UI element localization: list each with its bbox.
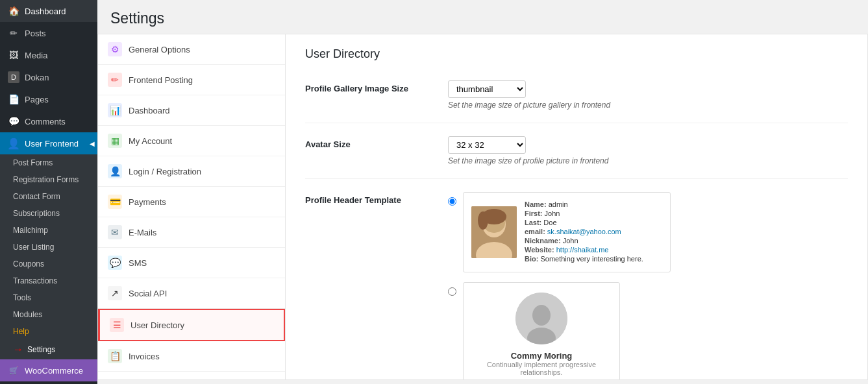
sidebar-sub-settings-label: Settings: [27, 345, 55, 354]
sidebar-sub-subscriptions[interactable]: Subscriptions: [0, 205, 97, 222]
user-directory-icon: ☰: [110, 318, 124, 332]
template2-card[interactable]: Commy Moring Continually implement progr…: [463, 282, 620, 380]
sidebar-sub-user-listing[interactable]: User Listing: [0, 239, 97, 256]
template1-avatar: [471, 206, 517, 258]
settings-menu-label-social: Social API: [129, 289, 167, 298]
profile-header-label: Profile Header Template: [305, 192, 448, 205]
pages-icon: 📄: [8, 93, 19, 105]
settings-menu-login-registration[interactable]: 👤 Login / Registration: [98, 156, 285, 187]
settings-menu-label-login: Login / Registration: [129, 167, 201, 176]
settings-menu-label-invoices: Invoices: [129, 352, 160, 361]
sidebar-item-media[interactable]: 🖼 Media: [0, 44, 97, 66]
template2-bio: Continually implement progressive relati…: [483, 361, 600, 376]
sidebar-item-posts[interactable]: ✏ Posts: [0, 22, 97, 44]
template1-name-value: admin: [549, 200, 568, 208]
sidebar-submenu: Post Forms Registration Forms Contact Fo…: [0, 154, 97, 359]
template2-radio[interactable]: [448, 287, 456, 296]
settings-menu-payments[interactable]: 💳 Payments: [98, 187, 285, 217]
template1-last-row: Last: Doe: [525, 219, 643, 226]
sidebar-label-dokan: Dokan: [25, 73, 49, 82]
settings-menu-invoices[interactable]: 📋 Invoices: [98, 341, 285, 372]
settings-menu-label-email: E-Mails: [129, 228, 156, 237]
sidebar-sub-help[interactable]: Help: [0, 323, 97, 340]
payments-icon: 💳: [108, 195, 122, 209]
sidebar-item-comments[interactable]: 💬 Comments: [0, 110, 97, 132]
settings-menu-label-payments: Payments: [129, 197, 166, 207]
settings-menu-label-frontend: Frontend Posting: [129, 75, 193, 85]
avatar-svg: [471, 206, 517, 258]
woocommerce-icon: 🛒: [8, 365, 19, 376]
settings-menu-emails[interactable]: ✉ E-Mails: [98, 217, 285, 248]
template1-name-label: Name:: [525, 200, 547, 208]
template1-email-row: email: sk.shaikat@yahoo.com: [525, 228, 643, 235]
comments-icon: 💬: [8, 115, 19, 127]
svg-point-7: [532, 305, 551, 326]
settings-menu-label-user-directory: User Directory: [130, 320, 184, 330]
profile-gallery-row: Profile Gallery Image Size thumbnail med…: [305, 80, 848, 123]
dashboard-icon: 🏠: [8, 5, 19, 17]
profile-header-control: Name: admin First: John Last: Doe: [448, 192, 848, 380]
dashboard-settings-icon: 📊: [108, 103, 122, 117]
settings-menu-label-general: General Options: [129, 45, 190, 54]
sidebar-label-media: Media: [25, 51, 47, 60]
settings-menu-label-dashboard: Dashboard: [129, 106, 170, 115]
settings-sidebar: ⚙ General Options ✏ Frontend Posting 📊 D…: [97, 34, 286, 380]
sidebar-label-pages: Pages: [25, 95, 49, 104]
settings-menu-my-account[interactable]: ▦ My Account: [98, 126, 285, 156]
settings-menu-general-options[interactable]: ⚙ General Options: [98, 34, 285, 65]
sidebar-sub-tools[interactable]: Tools: [0, 289, 97, 306]
template1-radio[interactable]: [448, 197, 456, 206]
section-title: User Directory: [305, 47, 848, 67]
social-api-icon: ↗: [108, 286, 122, 300]
media-icon: 🖼: [8, 49, 19, 61]
avatar-size-dropdown[interactable]: 32 x 32 64 x 64 96 x 96 128 x 128: [448, 136, 526, 154]
template1-card[interactable]: Name: admin First: John Last: Doe: [463, 192, 671, 272]
settings-menu-sms[interactable]: 💬 SMS: [98, 248, 285, 278]
sidebar-sub-modules[interactable]: Modules: [0, 306, 97, 323]
template1-website-value: http://shaikat.me: [556, 246, 609, 254]
sidebar-sub-transactions[interactable]: Transactions: [0, 272, 97, 289]
settings-menu-frontend-posting[interactable]: ✏ Frontend Posting: [98, 65, 285, 95]
svg-point-5: [478, 211, 488, 230]
sidebar-item-user-frontend[interactable]: 👤 User Frontend ◀: [0, 132, 97, 154]
avatar-size-label: Avatar Size: [305, 136, 448, 149]
profile-gallery-control: thumbnail medium large full Set the imag…: [448, 80, 848, 110]
template1-first-row: First: John: [525, 210, 643, 217]
avatar-size-row: Avatar Size 32 x 32 64 x 64 96 x 96 128 …: [305, 136, 848, 179]
sidebar-sub-post-forms[interactable]: Post Forms: [0, 154, 97, 171]
page-header: Settings: [97, 0, 868, 34]
template2-name: Commy Moring: [511, 351, 573, 361]
sidebar-sub-registration-forms[interactable]: Registration Forms: [0, 171, 97, 188]
settings-menu-dashboard[interactable]: 📊 Dashboard: [98, 95, 285, 126]
template1-nickname-label: Nickname:: [525, 237, 561, 245]
template1-first-value: John: [545, 210, 560, 217]
sidebar-item-dokan[interactable]: D Dokan: [0, 66, 97, 88]
email-icon: ✉: [108, 225, 122, 239]
template1-nickname-value: John: [563, 237, 578, 245]
sms-icon: 💬: [108, 256, 122, 270]
sidebar-sub-contact-form[interactable]: Contact Form: [0, 188, 97, 205]
sidebar-sub-coupons[interactable]: Coupons: [0, 256, 97, 272]
posts-icon: ✏: [8, 27, 19, 39]
settings-menu-social-api[interactable]: ↗ Social API: [98, 278, 285, 309]
sidebar-label-user-frontend: User Frontend: [25, 139, 79, 149]
sidebar-item-woocommerce[interactable]: 🛒 WooCommerce: [0, 359, 97, 381]
template1-website-label: Website:: [525, 246, 554, 254]
sidebar-label-posts: Posts: [25, 29, 46, 38]
sidebar-item-dashboard[interactable]: 🏠 Dashboard: [0, 0, 97, 22]
template1-info: Name: admin First: John Last: Doe: [525, 200, 643, 264]
template1-nickname-row: Nickname: John: [525, 237, 643, 245]
profile-gallery-hint: Set the image size of picture gallery in…: [448, 101, 848, 110]
sidebar-sub-settings[interactable]: → Settings: [0, 340, 97, 359]
profile-gallery-dropdown[interactable]: thumbnail medium large full: [448, 80, 526, 98]
page-title: Settings: [110, 10, 855, 27]
sidebar-sub-mailchimp[interactable]: Mailchimp: [0, 222, 97, 239]
template1-bio-label: Bio:: [525, 255, 538, 263]
template1-website-row: Website: http://shaikat.me: [525, 246, 643, 254]
sidebar-item-pages[interactable]: 📄 Pages: [0, 88, 97, 110]
profile-header-row: Profile Header Template: [305, 192, 848, 380]
frontend-posting-icon: ✏: [108, 73, 122, 87]
avatar-size-control: 32 x 32 64 x 64 96 x 96 128 x 128 Set th…: [448, 136, 848, 165]
settings-menu-user-directory[interactable]: ☰ User Directory: [98, 309, 285, 341]
my-account-icon: ▦: [108, 134, 122, 148]
